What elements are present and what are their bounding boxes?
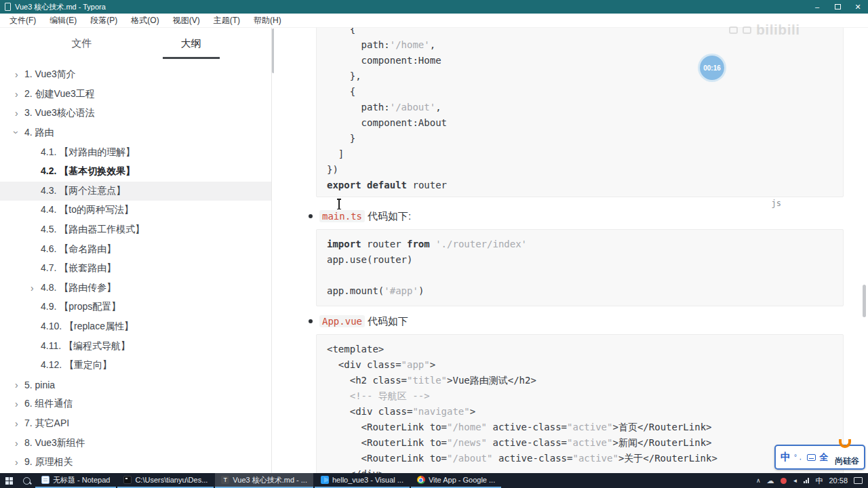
ime-fullwidth-indicator[interactable]: 全 bbox=[819, 451, 828, 464]
cloud-icon[interactable]: ☁ bbox=[767, 477, 774, 485]
tab-outline[interactable]: 大纲 bbox=[136, 28, 245, 59]
taskbar-button-notepad[interactable]: 无标题 - Notepad bbox=[35, 473, 116, 488]
outline-item[interactable]: 4.6. 【命名路由】 bbox=[0, 239, 271, 259]
minimize-button[interactable]: – bbox=[807, 0, 827, 14]
chevron-down-icon[interactable]: › bbox=[12, 131, 21, 134]
outline-item-label: 8. Vue3新组件 bbox=[24, 437, 85, 449]
outline-item[interactable]: ›2. 创建Vue3工程 bbox=[0, 85, 271, 104]
menu-item-4[interactable]: 格式(O) bbox=[124, 15, 165, 26]
taskbar-button-typora[interactable]: Vue3 核心技术.md - ... bbox=[215, 473, 313, 488]
outline-item[interactable]: 4.2. 【基本切换效果】 bbox=[0, 162, 271, 182]
caret-row: js bbox=[316, 199, 844, 208]
outline-item[interactable]: ›9. 原理相关 bbox=[0, 453, 271, 472]
code-line: component:About bbox=[327, 115, 833, 131]
taskbar-button-cmd[interactable]: C:\Users\tianyu\Des... bbox=[117, 473, 214, 488]
keyboard-icon[interactable] bbox=[807, 454, 816, 461]
close-button[interactable]: ✕ bbox=[848, 0, 868, 14]
outline-item[interactable]: 4.9. 【props配置】 bbox=[0, 298, 271, 317]
list-item[interactable]: App.vue 代码如下 bbox=[309, 314, 844, 328]
code-line: export default router bbox=[327, 178, 833, 193]
chevron-right-icon[interactable]: › bbox=[15, 70, 18, 79]
outline-item-label: 4.11. 【编程式导航】 bbox=[41, 340, 130, 352]
menu-item-1[interactable]: 文件(F) bbox=[3, 15, 43, 26]
notepad-icon bbox=[41, 476, 50, 484]
menu-item-3[interactable]: 段落(P) bbox=[83, 15, 124, 26]
maximize-icon bbox=[835, 4, 841, 9]
code-block-app-vue[interactable]: <template> <div class="app"> <h2 class="… bbox=[316, 334, 844, 473]
chevron-right-icon[interactable]: › bbox=[15, 89, 18, 99]
chevron-right-icon[interactable]: › bbox=[15, 108, 18, 118]
code-line: import router from './router/index' bbox=[327, 237, 833, 252]
editor[interactable]: { path:'/home', component:Home }, { path… bbox=[274, 28, 868, 473]
ime-punctuation[interactable]: °， bbox=[794, 453, 804, 462]
outline-item[interactable]: 4.7. 【嵌套路由】 bbox=[0, 259, 271, 279]
outline-item[interactable]: ›4. 路由 bbox=[0, 123, 271, 143]
outline-item[interactable]: 4.5. 【路由器工作模式】 bbox=[0, 220, 271, 240]
menu-item-6[interactable]: 主题(T) bbox=[207, 15, 247, 26]
ime-mode-indicator[interactable]: 中 bbox=[781, 451, 791, 464]
code-block-main-ts[interactable]: import router from './router/index'app.u… bbox=[316, 229, 844, 306]
code-language-label[interactable]: js bbox=[772, 199, 781, 208]
ime-indicator[interactable]: 中 bbox=[815, 476, 823, 486]
tab-files[interactable]: 文件 bbox=[27, 28, 136, 59]
hidden-icons-chevron-icon[interactable]: ∧ bbox=[756, 477, 761, 484]
typora-icon bbox=[221, 476, 229, 484]
chevron-right-icon[interactable]: › bbox=[31, 283, 34, 293]
network-icon[interactable] bbox=[804, 478, 809, 483]
chevron-right-icon[interactable]: › bbox=[15, 419, 18, 428]
outline-item-label: 4.2. 【基本切换效果】 bbox=[41, 165, 135, 178]
outline-item-label: 4.6. 【命名路由】 bbox=[41, 243, 116, 256]
outline-item[interactable]: ›5. pinia bbox=[0, 375, 271, 395]
outline-item[interactable]: 4.4. 【to的两种写法】 bbox=[0, 201, 271, 220]
taskbar-button-label: Vite App - Google ... bbox=[429, 476, 495, 484]
outline-item[interactable]: ›4.8. 【路由传参】 bbox=[0, 279, 271, 298]
chevron-right-icon[interactable]: › bbox=[15, 380, 18, 390]
outline-item[interactable]: 4.12. 【重定向】 bbox=[0, 356, 271, 375]
volume-icon[interactable]: ◄ bbox=[793, 478, 798, 484]
code-line: app.mount('#app') bbox=[327, 283, 833, 299]
menu-item-5[interactable]: 视图(V) bbox=[166, 15, 207, 26]
code-line: { bbox=[327, 28, 833, 37]
vscode-icon bbox=[321, 476, 329, 484]
outline-item[interactable]: ›8. Vue3新组件 bbox=[0, 433, 271, 453]
taskbar-button-chrome[interactable]: Vite App - Google ... bbox=[411, 473, 501, 488]
code-block-router[interactable]: { path:'/home', component:Home }, { path… bbox=[316, 28, 844, 197]
outline-item[interactable]: ›6. 组件通信 bbox=[0, 394, 271, 414]
chevron-right-icon[interactable]: › bbox=[15, 439, 18, 448]
outline-item[interactable]: 4.1. 【对路由的理解】 bbox=[0, 142, 271, 162]
active-tab-underline bbox=[163, 57, 220, 59]
chevron-right-icon[interactable]: › bbox=[15, 399, 18, 409]
notification-icon[interactable] bbox=[854, 477, 863, 484]
content-scrollbar-thumb[interactable] bbox=[863, 285, 866, 317]
search-button[interactable] bbox=[18, 473, 35, 488]
code-line: component:Home bbox=[327, 53, 833, 68]
taskbar-button-vscode[interactable]: hello_vue3 - Visual ... bbox=[315, 473, 410, 488]
ime-toolbar[interactable]: 中 °， 全 尚硅谷 bbox=[774, 445, 865, 470]
bullet-text: 代码如下 bbox=[368, 315, 408, 328]
chevron-right-icon[interactable]: › bbox=[15, 458, 18, 467]
code-line bbox=[327, 268, 833, 283]
outline-item-label: 4. 路由 bbox=[24, 127, 54, 139]
outline-item[interactable]: ›1. Vue3简介 bbox=[0, 65, 271, 85]
menu-item-2[interactable]: 编辑(E) bbox=[43, 15, 83, 26]
maximize-button[interactable] bbox=[827, 0, 848, 14]
atguigu-logo-icon bbox=[839, 439, 851, 448]
window-controls: – ✕ bbox=[807, 0, 868, 14]
outline-item[interactable]: 4.10. 【replace属性】 bbox=[0, 317, 271, 337]
outline-item[interactable]: ›7. 其它API bbox=[0, 414, 271, 434]
list-item[interactable]: main.ts 代码如下: bbox=[309, 209, 844, 223]
outline-item[interactable]: 4.11. 【编程式导航】 bbox=[0, 336, 271, 356]
start-button[interactable] bbox=[0, 473, 18, 488]
outline-item-label: 4.1. 【对路由的理解】 bbox=[41, 146, 135, 159]
clock[interactable]: 20:58 bbox=[829, 476, 848, 485]
menu-item-7[interactable]: 帮助(H) bbox=[247, 15, 288, 26]
outline-item[interactable]: ›3. Vue3核心语法 bbox=[0, 104, 271, 123]
outline-item[interactable]: 4.3. 【两个注意点】 bbox=[0, 182, 271, 201]
tab-files-label: 文件 bbox=[72, 37, 92, 50]
sidebar: 文件 大纲 ›1. Vue3简介›2. 创建Vue3工程›3. Vue3核心语法… bbox=[0, 28, 271, 473]
outline-item-label: 4.4. 【to的两种写法】 bbox=[41, 204, 134, 216]
recorder-icon[interactable] bbox=[781, 478, 787, 484]
text-cursor bbox=[338, 199, 340, 209]
code-line: <RouterLink to="/news" active-class="act… bbox=[327, 435, 833, 451]
code-line: path:'/home', bbox=[327, 37, 833, 53]
